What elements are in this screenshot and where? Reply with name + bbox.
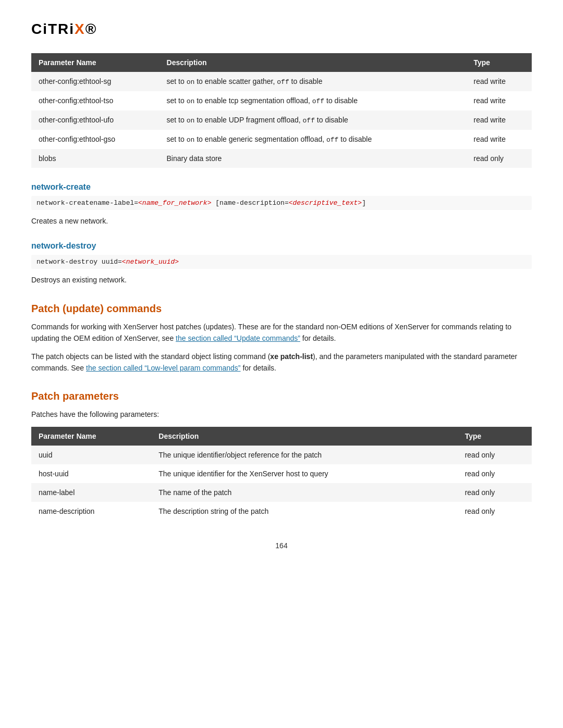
network-create-prefix: network-create (36, 199, 93, 207)
description-cell: The name of the patch (151, 483, 457, 502)
network-create-command: network-createname-label=<name_for_netwo… (31, 196, 532, 210)
type-cell: read write (467, 91, 532, 110)
table-row: name-descriptionThe description string o… (31, 502, 532, 521)
type-cell: read write (467, 130, 532, 149)
patch-commands-link1[interactable]: the section called “Update commands” (176, 334, 300, 342)
network-create-param1-var: <name_for_network> (138, 199, 211, 207)
network-create-description: Creates a new network. (31, 215, 532, 227)
patch-parameters-intro: Patches have the following parameters: (31, 409, 532, 420)
col-header-description: Description (160, 53, 467, 72)
patch-commands-para2: The patch objects can be listed with the… (31, 351, 532, 374)
table-row: other-config:ethtool-tsoset to on to ena… (31, 91, 532, 110)
patch-table-header-row: Parameter Name Description Type (31, 427, 532, 446)
table-row: blobsBinary data storeread only (31, 149, 532, 168)
network-destroy-description: Destroys an existing network. (31, 274, 532, 286)
type-cell: read write (467, 72, 532, 91)
network-destroy-heading: network-destroy (31, 241, 532, 251)
table-row: uuidThe unique identifier/object referen… (31, 446, 532, 464)
param-name-cell: uuid (31, 446, 151, 464)
description-cell: Binary data store (160, 149, 467, 168)
type-cell: read write (467, 110, 532, 130)
description-cell: set to on to enable tcp segmentation off… (160, 91, 467, 110)
param-name-cell: other-config:ethtool-gso (31, 130, 160, 149)
patch-col-header-description: Description (151, 427, 457, 446)
page-number: 164 (31, 541, 532, 550)
patch-commands-para1: Commands for working with XenServer host… (31, 321, 532, 344)
network-create-suffix: ] (362, 199, 366, 207)
param-name-cell: blobs (31, 149, 160, 168)
col-header-type: Type (467, 53, 532, 72)
param-name-cell: other-config:ethtool-sg (31, 72, 160, 91)
table-row: other-config:ethtool-ufoset to on to ena… (31, 110, 532, 130)
type-cell: read only (458, 446, 532, 464)
description-cell: set to on to enable UDP fragment offload… (160, 110, 467, 130)
patch-col-header-param-name: Parameter Name (31, 427, 151, 446)
param-name-cell: name-description (31, 502, 151, 521)
patch-parameters-table: Parameter Name Description Type uuidThe … (31, 427, 532, 521)
network-create-param2: [name-description= (211, 199, 288, 207)
table-row: host-uuidThe unique identifier for the X… (31, 464, 532, 483)
top-table: Parameter Name Description Type other-co… (31, 53, 532, 168)
network-destroy-param-var: <network_uuid> (122, 258, 179, 266)
patch-list-command: xe patch-list (270, 352, 313, 361)
patch-col-header-type: Type (458, 427, 532, 446)
type-cell: read only (458, 464, 532, 483)
network-destroy-command: network-destroy uuid=<network_uuid> (31, 255, 532, 269)
table-row: name-labelThe name of the patchread only (31, 483, 532, 502)
param-name-cell: name-label (31, 483, 151, 502)
logo-area: CiTRiX® (31, 21, 532, 38)
network-create-param2-var: <descriptive_text> (289, 199, 362, 207)
param-name-cell: host-uuid (31, 464, 151, 483)
network-create-heading: network-create (31, 182, 532, 192)
description-cell: set to on to enable generic segmentation… (160, 130, 467, 149)
top-table-header-row: Parameter Name Description Type (31, 53, 532, 72)
type-cell: read only (458, 502, 532, 521)
param-name-cell: other-config:ethtool-tso (31, 91, 160, 110)
logo-x: X (75, 21, 85, 37)
patch-commands-heading: Patch (update) commands (31, 303, 532, 315)
network-destroy-prefix: network-destroy (36, 258, 97, 266)
network-create-param1: name-label= (93, 199, 138, 207)
patch-commands-link2[interactable]: the section called “Low-level param comm… (86, 364, 240, 372)
type-cell: read only (467, 149, 532, 168)
col-header-param-name: Parameter Name (31, 53, 160, 72)
description-cell: set to on to enable scatter gather, off … (160, 72, 467, 91)
citrix-logo: CiTRiX® (31, 21, 532, 38)
type-cell: read only (458, 483, 532, 502)
table-row: other-config:ethtool-sgset to on to enab… (31, 72, 532, 91)
description-cell: The description string of the patch (151, 502, 457, 521)
network-destroy-param: uuid= (97, 258, 122, 266)
description-cell: The unique identifier for the XenServer … (151, 464, 457, 483)
patch-parameters-heading: Patch parameters (31, 390, 532, 402)
param-name-cell: other-config:ethtool-ufo (31, 110, 160, 130)
description-cell: The unique identifier/object reference f… (151, 446, 457, 464)
table-row: other-config:ethtool-gsoset to on to ena… (31, 130, 532, 149)
